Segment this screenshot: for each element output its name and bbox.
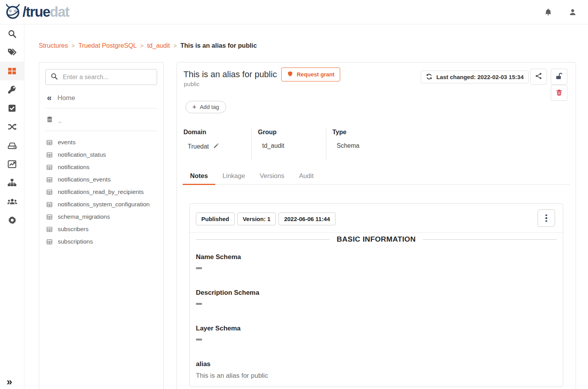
shield-icon [287, 71, 293, 78]
shuffle-icon[interactable] [0, 118, 24, 136]
type-value: Schema [337, 142, 360, 149]
database-icon [46, 116, 53, 124]
chart-icon[interactable] [0, 155, 24, 173]
add-tag-button[interactable]: + Add tag [185, 101, 226, 113]
breadcrumb-structures[interactable]: Structures [39, 42, 68, 49]
section-title: BASIC INFORMATION [337, 235, 416, 244]
truedat-app: /truedat [0, 0, 588, 389]
breadcrumb-separator: > [137, 42, 147, 49]
meta-group: Group td_audit [252, 129, 326, 160]
tags-icon[interactable] [0, 43, 24, 62]
search-icon[interactable] [0, 24, 24, 43]
list-item[interactable]: notifications_events [39, 173, 163, 186]
unlock-button[interactable] [551, 69, 567, 85]
breadcrumb-group[interactable]: td_audit [147, 42, 170, 49]
wordmark: /truedat [22, 5, 69, 19]
settings-gear-icon[interactable] [0, 211, 24, 229]
owl-logo-icon [4, 3, 22, 21]
delete-button[interactable] [551, 85, 567, 101]
metadata-row: Domain Truedat Group td_audit Type Schem… [183, 129, 404, 160]
icon-sidebar: » [0, 24, 24, 389]
list-item[interactable]: notifications [39, 161, 163, 173]
key-icon[interactable] [0, 80, 24, 99]
tab-audit[interactable]: Audit [292, 169, 321, 184]
divider [45, 131, 157, 131]
section-heading: BASIC INFORMATION [196, 235, 557, 244]
top-header: /truedat [0, 0, 588, 24]
refresh-icon [426, 73, 432, 81]
list-item[interactable]: events [39, 136, 163, 149]
tasks-check-icon[interactable] [0, 99, 24, 118]
notifications-bell-icon[interactable] [544, 8, 553, 17]
tree-parent-item[interactable]: .. [46, 116, 156, 124]
version-badge: Version: 1 [237, 213, 276, 225]
list-item[interactable]: subscribers [39, 223, 163, 235]
request-grant-button[interactable]: Request grant [281, 67, 341, 81]
field-description-schema: Description Schema [196, 289, 557, 305]
meta-type: Type Schema [326, 129, 404, 160]
meta-domain: Domain Truedat [183, 129, 252, 160]
status-badge: Published [196, 213, 235, 225]
field-name-schema: Name Schema [196, 253, 557, 269]
tab-notes[interactable]: Notes [183, 169, 215, 184]
user-profile-icon[interactable] [568, 8, 577, 17]
tree-parent-label: .. [58, 117, 61, 124]
list-item[interactable]: schema_migrations [39, 211, 163, 223]
truedat-logo[interactable]: /truedat [4, 3, 69, 21]
last-changed-button[interactable]: Last changed: 2022-02-03 15:34 [421, 71, 529, 83]
trash-icon [555, 89, 563, 97]
structure-detail-card: This is an alias for public Request gran… [176, 62, 576, 389]
field-layer-schema: Layer Schema [196, 324, 557, 341]
plus-icon: + [192, 103, 196, 111]
list-item[interactable]: notifications_read_by_recipients [39, 186, 163, 198]
share-icon [535, 72, 543, 81]
breadcrumb-separator: > [170, 42, 180, 49]
page-title: This is an alias for public [183, 69, 277, 80]
tree-home-link[interactable]: « Home [47, 94, 156, 102]
search-icon [50, 73, 58, 82]
collapse-left-icon: « [47, 95, 52, 102]
tab-versions[interactable]: Versions [252, 169, 292, 184]
empty-value-dash [196, 339, 202, 341]
note-card: Published Version: 1 2022-06-06 11:44 BA… [189, 203, 563, 387]
meta-label: Group [258, 129, 326, 136]
list-item[interactable]: subscriptions [39, 235, 163, 248]
note-badges: Published Version: 1 2022-06-06 11:44 [196, 213, 336, 225]
sitemap-icon[interactable] [0, 173, 24, 192]
field-alias: alias This is an alias for public [196, 360, 557, 380]
note-fields: Name Schema Description Schema Layer Sch… [196, 253, 557, 389]
share-button[interactable] [530, 69, 547, 85]
breadcrumb: Structures > Truedat PostgreSQL > td_aud… [39, 42, 257, 49]
domain-value: Truedat [188, 143, 209, 150]
kebab-icon [545, 214, 547, 216]
divider [45, 108, 157, 109]
group-value: td_audit [262, 142, 284, 149]
edit-pencil-icon[interactable] [213, 142, 220, 150]
search-input[interactable] [63, 74, 152, 81]
home-label: Home [57, 94, 75, 102]
structure-tree-panel: « Home .. events notification_status not… [39, 62, 164, 389]
empty-value-dash [196, 267, 202, 269]
meta-label: Domain [183, 129, 251, 136]
breadcrumb-separator: > [68, 42, 78, 49]
expand-sidebar-button[interactable]: » [7, 377, 12, 387]
divider [190, 232, 563, 233]
modules-grid-icon[interactable] [0, 62, 24, 80]
breadcrumb-current: This is an alias for public [180, 42, 257, 49]
title-row: This is an alias for public Request gran… [183, 67, 340, 81]
alias-value: This is an alias for public [196, 372, 557, 380]
detail-tabs: Notes Linkage Versions Audit [183, 169, 570, 185]
tree-search-box[interactable] [45, 69, 157, 85]
structure-subtitle: public [184, 81, 200, 88]
storage-drive-icon[interactable] [0, 136, 24, 155]
header-actions [544, 8, 579, 17]
note-menu-button[interactable] [538, 209, 555, 227]
table-list: events notification_status notifications… [39, 136, 163, 248]
unlock-icon [555, 72, 563, 81]
timestamp-badge: 2022-06-06 11:44 [278, 213, 335, 225]
breadcrumb-system[interactable]: Truedat PostgreSQL [78, 42, 137, 49]
list-item[interactable]: notification_status [39, 149, 163, 161]
tab-linkage[interactable]: Linkage [215, 169, 252, 184]
list-item[interactable]: notifications_system_configuration [39, 198, 163, 211]
users-icon[interactable] [0, 192, 24, 211]
